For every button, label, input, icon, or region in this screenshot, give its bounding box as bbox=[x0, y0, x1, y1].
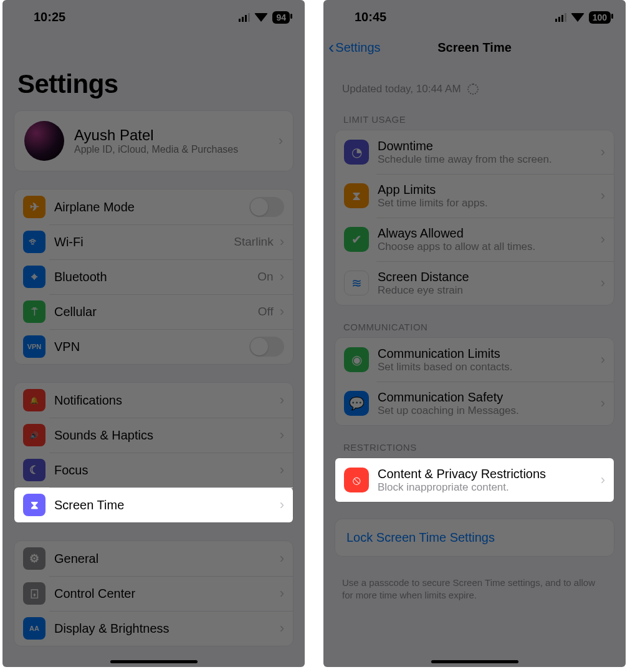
airplane-icon: ✈ bbox=[23, 196, 45, 218]
row-label: Screen Time bbox=[54, 498, 277, 512]
screentime-row-downtime[interactable]: ◔DowntimeSchedule time away from the scr… bbox=[335, 130, 614, 174]
communication-header: COMMUNICATION bbox=[323, 322, 626, 337]
row-subtitle: Reduce eye strain bbox=[378, 284, 598, 297]
row-subtitle: Choose apps to allow at all times. bbox=[378, 241, 598, 253]
updated-text: Updated today, 10:44 AM bbox=[323, 64, 626, 114]
lock-group: Lock Screen Time Settings bbox=[335, 519, 614, 557]
notifications-icon: 🔔 bbox=[23, 389, 45, 411]
comm-limits-icon: ◉ bbox=[344, 347, 369, 372]
settings-row-wi-fi[interactable]: ᯤWi-FiStarlink› bbox=[14, 224, 293, 259]
cellular-signal-icon bbox=[555, 13, 566, 22]
applimits-icon: ⧗ bbox=[344, 183, 369, 208]
chevron-right-icon: › bbox=[601, 275, 605, 291]
chevron-right-icon: › bbox=[280, 550, 284, 567]
display-icon: AA bbox=[23, 617, 45, 640]
row-value: Off bbox=[258, 305, 274, 319]
cellular-signal-icon bbox=[239, 13, 250, 22]
row-subtitle: Schedule time away from the screen. bbox=[378, 153, 598, 166]
row-title: Content & Privacy Restrictions bbox=[378, 467, 598, 481]
page-title: Settings bbox=[2, 31, 305, 110]
cellular-icon: ⍑ bbox=[23, 300, 45, 323]
status-time: 10:45 bbox=[355, 10, 386, 24]
status-bar: 10:45 100 bbox=[323, 0, 626, 31]
loading-spinner-icon bbox=[467, 84, 479, 95]
chevron-right-icon: › bbox=[280, 304, 284, 320]
row-value: Starlink bbox=[234, 235, 273, 249]
lock-screen-time-link[interactable]: Lock Screen Time Settings bbox=[335, 519, 614, 556]
bluetooth-icon: ⌖ bbox=[23, 266, 45, 288]
row-label: VPN bbox=[54, 340, 249, 354]
status-indicators: 100 bbox=[555, 11, 611, 24]
row-label: Notifications bbox=[54, 393, 277, 408]
chevron-right-icon: › bbox=[279, 133, 283, 149]
avatar bbox=[24, 121, 64, 161]
row-label: Cellular bbox=[54, 305, 258, 319]
settings-row-cellular[interactable]: ⍑CellularOff› bbox=[14, 294, 293, 329]
limit-usage-group: ◔DowntimeSchedule time away from the scr… bbox=[335, 130, 614, 305]
settings-row-control-center[interactable]: ⌺Control Center› bbox=[14, 576, 293, 611]
row-title: Communication Safety bbox=[378, 390, 598, 405]
screentime-row-communication-limits[interactable]: ◉Communication LimitsSet limits based on… bbox=[335, 338, 614, 382]
wifi-icon: ᯤ bbox=[23, 231, 45, 253]
communication-group: ◉Communication LimitsSet limits based on… bbox=[335, 337, 614, 426]
restrictions-group: ⦸Content & Privacy RestrictionsBlock ina… bbox=[335, 458, 614, 502]
settings-row-bluetooth[interactable]: ⌖BluetoothOn› bbox=[14, 259, 293, 294]
always-allowed-icon: ✔ bbox=[344, 227, 369, 252]
chevron-right-icon: › bbox=[280, 620, 284, 636]
row-label: General bbox=[54, 552, 277, 566]
screentime-row-screen-distance[interactable]: ≋Screen DistanceReduce eye strain› bbox=[335, 261, 614, 305]
screen-time-screen: 10:45 100 ‹ Settings Screen Time Updated… bbox=[323, 0, 626, 667]
limit-usage-header: LIMIT USAGE bbox=[323, 114, 626, 130]
chevron-right-icon: › bbox=[280, 234, 284, 250]
chevron-right-icon: › bbox=[601, 188, 605, 204]
status-indicators: 94 bbox=[239, 11, 290, 24]
chevron-right-icon: › bbox=[280, 427, 284, 443]
settings-screen: 10:25 94 Settings Ayush Patel Apple ID, … bbox=[2, 0, 305, 667]
chevron-right-icon: › bbox=[280, 585, 284, 602]
row-subtitle: Block inappropriate content. bbox=[378, 481, 598, 494]
general-icon: ⚙ bbox=[23, 547, 45, 570]
screentime-row-content-privacy-restrictions[interactable]: ⦸Content & Privacy RestrictionsBlock ina… bbox=[335, 458, 614, 502]
updated-label: Updated today, 10:44 AM bbox=[342, 83, 461, 95]
row-subtitle: Set limits based on contacts. bbox=[378, 361, 598, 373]
row-title: Screen Distance bbox=[378, 270, 598, 284]
screentime-icon: ⧗ bbox=[23, 494, 45, 516]
row-title: Communication Limits bbox=[378, 347, 598, 361]
sounds-icon: 🔊 bbox=[23, 424, 45, 446]
toggle[interactable] bbox=[249, 197, 284, 217]
row-subtitle: Set up coaching in Messages. bbox=[378, 405, 598, 417]
chevron-right-icon: › bbox=[280, 392, 284, 408]
settings-row-display-brightness[interactable]: AADisplay & Brightness› bbox=[14, 611, 293, 646]
home-indicator bbox=[431, 660, 518, 663]
vpn-icon: VPN bbox=[23, 335, 45, 358]
lock-footnote: Use a passcode to secure Screen Time set… bbox=[323, 573, 626, 606]
apple-id-row[interactable]: Ayush Patel Apple ID, iCloud, Media & Pu… bbox=[14, 111, 293, 171]
general-group: ⚙General›⌺Control Center›AADisplay & Bri… bbox=[14, 540, 294, 646]
content-privacy-icon: ⦸ bbox=[344, 468, 369, 492]
network-group: ✈Airplane ModeᯤWi-FiStarlink›⌖BluetoothO… bbox=[14, 189, 294, 365]
screentime-row-communication-safety[interactable]: 💬Communication SafetySet up coaching in … bbox=[335, 382, 614, 425]
settings-row-focus[interactable]: ☾Focus› bbox=[14, 453, 293, 487]
comm-safety-icon: 💬 bbox=[344, 391, 369, 416]
screentime-row-app-limits[interactable]: ⧗App LimitsSet time limits for apps.› bbox=[335, 174, 614, 218]
settings-row-screen-time[interactable]: ⧗Screen Time› bbox=[14, 487, 293, 522]
control-center-icon: ⌺ bbox=[23, 582, 45, 605]
row-label: Wi-Fi bbox=[54, 235, 234, 249]
row-label: Focus bbox=[54, 463, 277, 478]
restrictions-header: RESTRICTIONS bbox=[323, 442, 626, 458]
settings-row-sounds-haptics[interactable]: 🔊Sounds & Haptics› bbox=[14, 418, 293, 453]
toggle[interactable] bbox=[249, 337, 284, 357]
battery-indicator: 100 bbox=[589, 11, 611, 24]
settings-row-airplane-mode[interactable]: ✈Airplane Mode bbox=[14, 190, 293, 224]
wifi-icon bbox=[571, 13, 585, 22]
screen-distance-icon: ≋ bbox=[344, 271, 369, 295]
screentime-row-always-allowed[interactable]: ✔Always AllowedChoose apps to allow at a… bbox=[335, 218, 614, 261]
row-label: Control Center bbox=[54, 587, 277, 601]
profile-name: Ayush Patel bbox=[74, 127, 276, 144]
home-indicator bbox=[110, 660, 198, 663]
status-time: 10:25 bbox=[34, 10, 65, 24]
downtime-icon: ◔ bbox=[344, 140, 369, 165]
settings-row-vpn[interactable]: VPNVPN bbox=[14, 329, 293, 364]
settings-row-general[interactable]: ⚙General› bbox=[14, 541, 293, 576]
settings-row-notifications[interactable]: 🔔Notifications› bbox=[14, 383, 293, 418]
